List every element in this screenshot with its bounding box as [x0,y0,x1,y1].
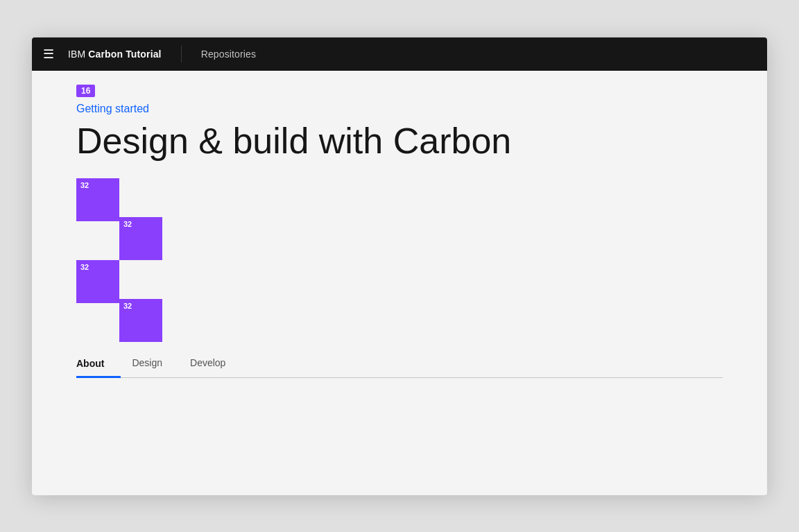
tab-design[interactable]: Design [132,350,179,377]
navbar-divider [181,46,182,62]
navbar-title: IBM Carbon Tutorial [68,49,162,60]
tabs-bar: About Design Develop [76,350,723,378]
navbar-title-bold: Carbon Tutorial [88,49,161,60]
getting-started-link[interactable]: Getting started [76,103,149,114]
blocks-container: 32 32 32 32 [76,178,270,338]
menu-icon[interactable]: ☰ [43,48,54,60]
block-1-label: 32 [80,181,89,189]
block-4-label: 32 [123,302,132,310]
browser-window: ☰ IBM Carbon Tutorial Repositories 16 Ge… [32,37,767,495]
block-3-label: 32 [80,263,89,271]
grid-pattern: 32 32 32 32 [32,162,767,328]
page-heading: Design & build with Carbon [32,115,767,162]
badge-row: 16 [32,71,767,97]
main-content: 16 Getting started Design & build with C… [32,71,767,448]
block-2-label: 32 [123,220,132,228]
tab-about[interactable]: About [76,351,121,377]
tabs-section: About Design Develop [32,350,767,378]
page-title: Design & build with Carbon [76,121,723,162]
badge: 16 [76,85,95,97]
block-3: 32 [76,260,119,303]
block-1: 32 [76,178,119,221]
navbar-title-prefix: IBM [68,49,88,60]
bottom-space [32,378,767,447]
tab-develop[interactable]: Develop [190,350,242,377]
getting-started-section: Getting started [32,97,767,115]
repositories-link[interactable]: Repositories [201,49,257,60]
block-4: 32 [119,299,162,342]
block-2: 32 [119,217,162,260]
navbar: ☰ IBM Carbon Tutorial Repositories [32,37,767,71]
